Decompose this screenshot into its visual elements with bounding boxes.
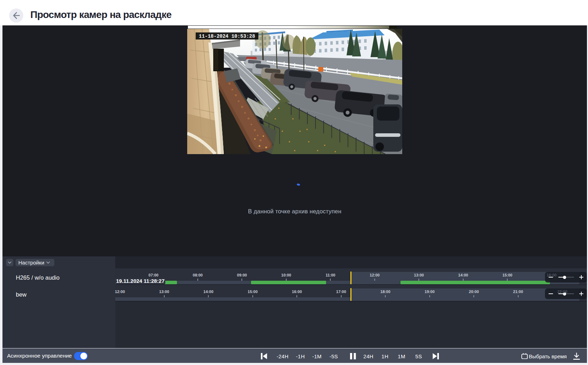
svg-text:11-18-2024 10:53:28: 11-18-2024 10:53:28 [199, 34, 255, 39]
